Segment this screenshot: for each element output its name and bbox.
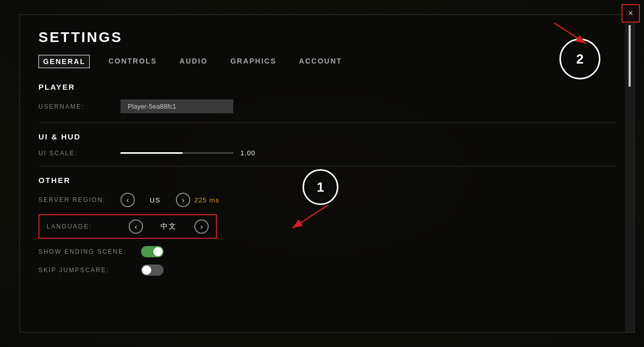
divider-1 <box>38 123 616 123</box>
server-region-label: SERVER REGION: <box>38 196 120 203</box>
show-ending-toggle-knob <box>153 247 163 256</box>
ui-hud-section-title: UI & HUD <box>38 132 616 141</box>
player-section-title: PLAYER <box>38 83 616 91</box>
username-row: USERNAME: <box>38 99 616 113</box>
username-label: USERNAME: <box>38 103 120 110</box>
settings-title: SETTINGS <box>38 29 616 46</box>
skip-jumpscare-toggle[interactable] <box>141 264 164 276</box>
language-value: 中文 <box>143 222 194 231</box>
skip-jumpscare-toggle-knob <box>142 266 151 275</box>
tabs-container: GENERAL CONTROLS AUDIO GRAPHICS ACCOUNT <box>38 55 616 68</box>
tab-graphics[interactable]: GRAPHICS <box>226 55 280 68</box>
tab-account[interactable]: ACCOUNT <box>295 55 346 68</box>
ui-scale-value: 1.00 <box>240 149 255 157</box>
server-region-prev-button[interactable]: ‹ <box>120 193 135 207</box>
close-button[interactable]: × <box>621 4 640 23</box>
divider-2 <box>38 166 616 167</box>
language-prev-button[interactable]: ‹ <box>129 219 143 234</box>
skip-jumpscare-row: SKIP JUMPSCARE: <box>38 264 616 276</box>
server-region-next-button[interactable]: › <box>176 193 190 207</box>
language-label: LANGUAGE: <box>47 223 129 230</box>
other-section-title: OTHER <box>38 176 616 185</box>
username-input[interactable] <box>120 99 233 113</box>
show-ending-row: SHOW ENDING SCENE: <box>38 246 616 257</box>
tab-controls[interactable]: CONTROLS <box>104 55 161 68</box>
ui-scale-row: UI SCALE: 1.00 <box>38 149 616 157</box>
tab-general[interactable]: GENERAL <box>38 55 90 68</box>
language-next-button[interactable]: › <box>194 219 209 234</box>
ui-scale-fill <box>120 152 183 154</box>
ui-scale-label: UI SCALE: <box>38 150 120 157</box>
scrollbar-thumb <box>629 25 631 87</box>
show-ending-label: SHOW ENDING SCENE: <box>38 248 141 255</box>
server-region-row: SERVER REGION: ‹ US › 225 ms <box>38 193 616 207</box>
settings-panel: SETTINGS GENERAL CONTROLS AUDIO GRAPHICS… <box>19 14 635 333</box>
show-ending-toggle[interactable] <box>141 246 164 257</box>
server-region-value: US <box>135 196 176 204</box>
tab-audio[interactable]: AUDIO <box>175 55 212 68</box>
language-row: LANGUAGE: ‹ 中文 › <box>38 214 217 239</box>
ping-value: 225 ms <box>194 196 219 204</box>
skip-jumpscare-label: SKIP JUMPSCARE: <box>38 267 141 274</box>
scrollbar <box>625 15 634 332</box>
ui-scale-slider[interactable] <box>120 152 233 154</box>
